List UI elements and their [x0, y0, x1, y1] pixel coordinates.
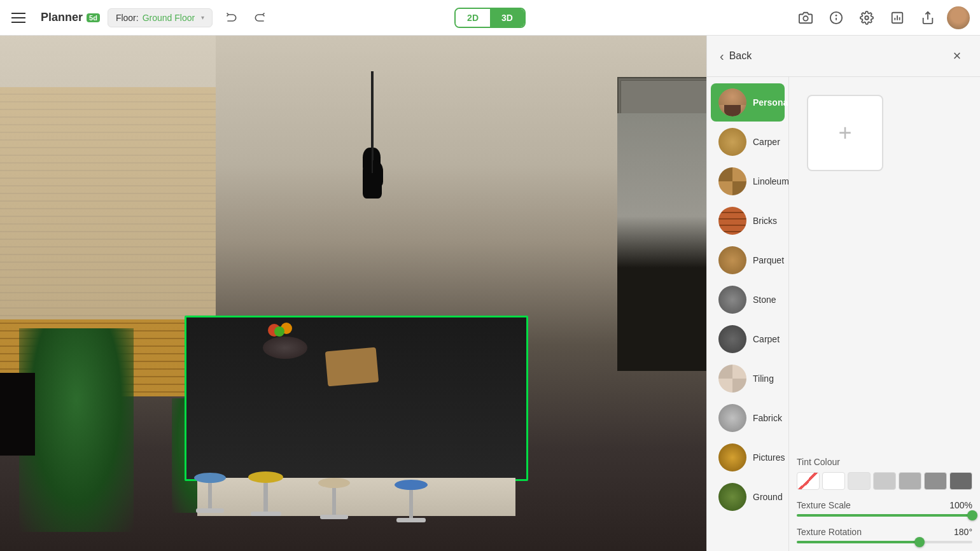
dropdown-arrow-icon: ▾ — [201, 14, 204, 21]
texture-scale-label: Texture Scale — [797, 500, 851, 510]
settings-button[interactable] — [855, 6, 878, 29]
close-icon: × — [953, 48, 962, 64]
texture-tiling[interactable]: Tiling — [711, 359, 785, 398]
floor-selector[interactable]: Floor: Ground Floor ▾ — [108, 8, 213, 27]
texture-carpet[interactable]: Carpet — [711, 320, 785, 358]
texture-thumb-bricks — [718, 207, 746, 235]
back-arrow-icon: ‹ — [720, 49, 724, 64]
stool-blue-left — [194, 473, 226, 513]
panel-right: + Tint Colour Textu — [789, 77, 980, 551]
view-toggle-group: 2D 3D — [454, 8, 526, 28]
texture-thumb-stone — [718, 286, 746, 314]
texture-bricks[interactable]: Bricks — [711, 202, 785, 240]
texture-rotation-track[interactable] — [797, 541, 972, 543]
texture-stone[interactable]: Stone — [711, 281, 785, 319]
texture-scale-track[interactable] — [797, 514, 972, 517]
logo-badge: 5d — [87, 13, 100, 22]
panel-content: Personal Carper Linoleum Bricks — [707, 77, 980, 551]
back-label: Back — [729, 50, 752, 62]
topbar: Planner 5d Floor: Ground Floor ▾ 2D 3D — [0, 0, 980, 36]
texture-personal[interactable]: Personal — [711, 83, 785, 122]
texture-scale-section: Texture Scale 100% — [797, 500, 972, 517]
tint-swatch-charcoal[interactable] — [949, 472, 972, 490]
svg-point-0 — [803, 16, 808, 20]
spacer — [797, 181, 972, 457]
texture-linoleum-label: Linoleum — [753, 176, 789, 186]
texture-thumb-parquet — [718, 246, 746, 274]
tv-screen — [0, 373, 35, 456]
texture-pictures-label: Pictures — [753, 452, 785, 463]
texture-parquet-label: Parquet — [753, 255, 784, 265]
texture-carper-label: Carper — [753, 137, 780, 147]
svg-point-4 — [865, 16, 869, 20]
close-button[interactable]: × — [947, 46, 967, 66]
stool-blue-right — [395, 480, 428, 522]
tint-swatch-crossed[interactable] — [797, 472, 820, 490]
texture-thumb-personal — [718, 88, 746, 116]
texture-thumb-ground — [718, 483, 746, 511]
texture-thumb-linoleum — [718, 167, 746, 195]
texture-scale-fill — [797, 514, 972, 517]
logo-text: Planner — [41, 11, 83, 24]
floor-prefix-label: Floor: — [116, 13, 139, 23]
tint-swatch-white[interactable] — [822, 472, 845, 490]
island-base — [197, 478, 515, 516]
tint-swatch-lightgray[interactable] — [848, 472, 871, 490]
stool-beige — [318, 478, 350, 519]
texture-pictures[interactable]: Pictures — [711, 438, 785, 477]
topbar-right — [526, 6, 970, 29]
stool-yellow — [248, 471, 283, 516]
texture-rotation-value: 180° — [954, 527, 972, 537]
texture-bricks-label: Bricks — [753, 216, 777, 226]
texture-scale-thumb[interactable] — [967, 510, 977, 520]
left-wall — [0, 36, 216, 319]
texture-rotation-thumb[interactable] — [914, 537, 925, 547]
texture-rotation-row: Texture Rotation 180° — [797, 527, 972, 537]
hamburger-icon — [11, 8, 32, 28]
view-toggle: 2D 3D — [454, 8, 526, 28]
texture-thumb-carpet — [718, 325, 746, 353]
texture-scale-row: Texture Scale 100% — [797, 500, 972, 510]
menu-button[interactable] — [10, 6, 33, 29]
tint-colour-section: Tint Colour — [797, 457, 972, 490]
texture-thumb-fabrick — [718, 404, 746, 432]
stats-button[interactable] — [886, 6, 909, 29]
texture-rotation-section: Texture Rotation 180° — [797, 527, 972, 543]
share-button[interactable] — [916, 6, 939, 29]
avatar-image — [947, 6, 970, 29]
texture-rotation-fill — [797, 541, 920, 543]
texture-stone-label: Stone — [753, 295, 776, 305]
texture-linoleum[interactable]: Linoleum — [711, 162, 785, 200]
info-button[interactable] — [825, 6, 848, 29]
texture-ground-label: Ground — [753, 492, 783, 502]
texture-thumb-pictures — [718, 443, 746, 471]
texture-personal-label: Personal — [753, 97, 789, 108]
texture-rotation-label: Texture Rotation — [797, 527, 862, 537]
texture-ground[interactable]: Ground — [711, 478, 785, 516]
panel-header: ‹ Back × — [707, 36, 980, 77]
topbar-left: Planner 5d Floor: Ground Floor ▾ — [10, 6, 454, 29]
texture-fabrick[interactable]: Fabrick — [711, 399, 785, 437]
texture-thumb-tiling — [718, 365, 746, 393]
plant-large — [19, 328, 134, 532]
camera-button[interactable] — [794, 6, 817, 29]
add-texture-button[interactable]: + — [807, 95, 883, 171]
undo-redo-group — [220, 6, 271, 29]
undo-button[interactable] — [220, 6, 243, 29]
avatar[interactable] — [947, 6, 970, 29]
texture-carpet-label: Carpet — [753, 334, 780, 344]
texture-scale-value: 100% — [949, 500, 972, 510]
texture-parquet[interactable]: Parquet — [711, 241, 785, 279]
view-2d-button[interactable]: 2D — [456, 9, 490, 27]
view-3d-button[interactable]: 3D — [490, 9, 524, 27]
texture-carper[interactable]: Carper — [711, 123, 785, 161]
redo-button[interactable] — [248, 6, 271, 29]
tint-colour-label: Tint Colour — [797, 457, 972, 467]
back-button[interactable]: ‹ Back — [720, 49, 752, 64]
tint-swatches-row — [797, 472, 972, 490]
logo: Planner 5d — [41, 11, 100, 24]
texture-tiling-label: Tiling — [753, 373, 774, 384]
tint-swatch-darkgray[interactable] — [899, 472, 921, 490]
tint-swatch-gray[interactable] — [873, 472, 896, 490]
tint-swatch-silver[interactable] — [924, 472, 947, 490]
